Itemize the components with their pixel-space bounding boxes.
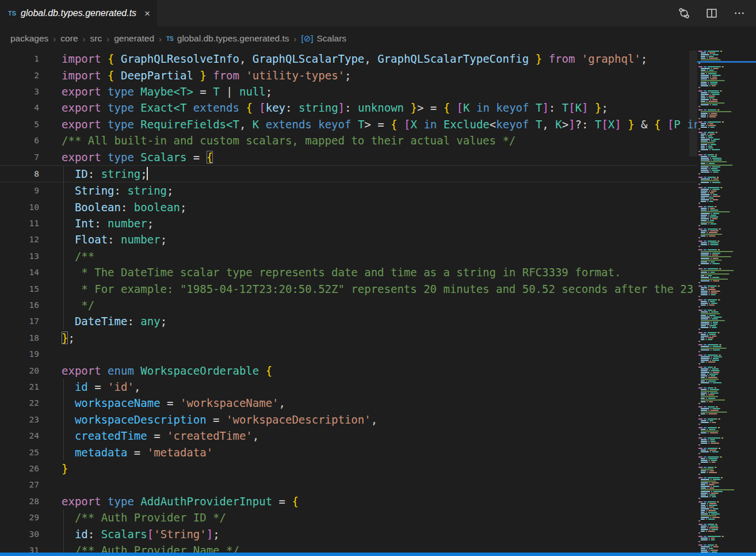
- breadcrumb-item-packages[interactable]: packages: [10, 33, 48, 44]
- split-editor-icon[interactable]: [705, 7, 718, 20]
- breadcrumb-item-global-db-types-generated-ts[interactable]: TSglobal.db.types.generated.ts: [166, 33, 289, 44]
- line-number[interactable]: 11: [0, 219, 39, 228]
- more-actions-icon[interactable]: [733, 7, 746, 20]
- line-number[interactable]: 25: [0, 448, 39, 457]
- code-line-9[interactable]: 9 String: string;: [0, 182, 697, 199]
- indent-guide: [63, 182, 64, 199]
- line-number[interactable]: 26: [0, 464, 39, 473]
- code-line-28[interactable]: 28export type AddAuthProviderInput = {: [0, 493, 697, 509]
- code-line-25[interactable]: 25 metadata = 'metadata': [0, 444, 697, 460]
- open-changes-icon[interactable]: [678, 7, 690, 20]
- code-line-31[interactable]: 31 /** Auth Provider Name */: [0, 542, 697, 553]
- line-number[interactable]: 19: [0, 349, 39, 359]
- code-line-5[interactable]: 5export type RequireFields<T, K extends …: [0, 116, 697, 132]
- code-line-2[interactable]: 2import { DeepPartial } from 'utility-ty…: [0, 67, 697, 83]
- tab-global-db-types[interactable]: TS global.db.types.generated.ts ×: [0, 0, 157, 26]
- line-number[interactable]: 12: [0, 235, 39, 244]
- code-text: export type AddAuthProviderInput = {: [62, 495, 697, 508]
- code-line-19[interactable]: 19: [0, 346, 697, 362]
- code-line-14[interactable]: 14 * The DateTime scalar type represents…: [0, 264, 697, 280]
- breadcrumb-item-scalars[interactable]: [⊘]Scalars: [301, 33, 347, 44]
- minimap[interactable]: [697, 51, 756, 553]
- code-line-20[interactable]: 20export enum WorkspaceOrderable {: [0, 362, 697, 378]
- code-line-11[interactable]: 11 Int: number;: [0, 215, 697, 231]
- close-tab-icon[interactable]: ×: [144, 9, 150, 18]
- symbol-type-icon: [⊘]: [301, 33, 314, 44]
- line-number[interactable]: 23: [0, 415, 39, 424]
- line-number[interactable]: 16: [0, 300, 39, 310]
- code-text: /**: [62, 250, 697, 262]
- indent-guide: [63, 166, 64, 182]
- code-line-1[interactable]: 1import { GraphQLResolveInfo, GraphQLSca…: [0, 51, 697, 67]
- code-text: * For example: "1985-04-12T23:20:50.52Z"…: [62, 283, 697, 295]
- code-line-7[interactable]: 7export type Scalars = {: [0, 148, 697, 165]
- code-line-29[interactable]: 29 /** Auth Provider ID */: [0, 509, 697, 525]
- line-number[interactable]: 17: [0, 317, 39, 326]
- line-number[interactable]: 7: [0, 153, 39, 162]
- line-number[interactable]: 10: [0, 203, 39, 212]
- vertical-scrollbar[interactable]: [689, 51, 697, 157]
- status-bar[interactable]: [0, 553, 756, 556]
- code-line-10[interactable]: 10 Boolean: boolean;: [0, 199, 697, 215]
- code-line-4[interactable]: 4export type Exact<T extends { [key: str…: [0, 100, 697, 116]
- code-line-3[interactable]: 3export type Maybe<T> = T | null;: [0, 83, 697, 100]
- chevron-right-icon: ›: [159, 34, 162, 44]
- code-line-16[interactable]: 16 */: [0, 297, 697, 313]
- breadcrumb-item-src[interactable]: src: [90, 33, 102, 44]
- code-line-15[interactable]: 15 * For example: "1985-04-12T23:20:50.5…: [0, 280, 697, 296]
- line-number[interactable]: 28: [0, 497, 39, 506]
- line-number[interactable]: 2: [0, 71, 39, 80]
- line-number[interactable]: 3: [0, 87, 39, 96]
- code-line-23[interactable]: 23 workspaceDescription = 'workspaceDesc…: [0, 412, 697, 428]
- line-number[interactable]: 1: [0, 54, 39, 63]
- indent-guide: [63, 525, 64, 542]
- indent-guide: [63, 199, 64, 215]
- indent-guide: [63, 215, 64, 231]
- line-number[interactable]: 20: [0, 366, 39, 375]
- code-line-27[interactable]: 27: [0, 477, 697, 493]
- line-number[interactable]: 29: [0, 513, 39, 522]
- line-number[interactable]: 18: [0, 333, 39, 342]
- indent-guide: [63, 313, 64, 329]
- line-number[interactable]: 22: [0, 398, 39, 408]
- code-line-18[interactable]: 18};: [0, 330, 697, 346]
- line-number[interactable]: 21: [0, 382, 39, 391]
- code-line-17[interactable]: 17 DateTime: any;: [0, 313, 697, 329]
- indent-guide: [63, 280, 64, 296]
- indent-guide: [63, 428, 64, 444]
- line-number[interactable]: 6: [0, 136, 39, 145]
- indent-guide: [63, 248, 64, 264]
- line-number[interactable]: 14: [0, 268, 39, 277]
- code-line-21[interactable]: 21 id = 'id',: [0, 379, 697, 395]
- line-number[interactable]: 31: [0, 546, 39, 553]
- text-cursor: [147, 167, 148, 180]
- code-text: export type Maybe<T> = T | null;: [62, 85, 697, 98]
- line-number[interactable]: 4: [0, 103, 39, 112]
- line-number[interactable]: 30: [0, 530, 39, 539]
- code-line-13[interactable]: 13 /**: [0, 248, 697, 264]
- line-number[interactable]: 13: [0, 252, 39, 261]
- breadcrumb-item-generated[interactable]: generated: [114, 33, 154, 44]
- code-text: export type Scalars = {: [62, 151, 697, 163]
- breadcrumb-item-core[interactable]: core: [60, 33, 78, 44]
- code-line-6[interactable]: 6/** All built-in and custom scalars, ma…: [0, 132, 697, 148]
- line-number[interactable]: 24: [0, 431, 39, 440]
- code-line-26[interactable]: 26}: [0, 460, 697, 477]
- breadcrumb: packages›core›src›generated›TSglobal.db.…: [0, 26, 756, 51]
- chevron-right-icon: ›: [106, 34, 109, 44]
- chevron-right-icon: ›: [53, 34, 56, 44]
- code-editor[interactable]: 1import { GraphQLResolveInfo, GraphQLSca…: [0, 51, 697, 553]
- code-line-22[interactable]: 22 workspaceName = 'workspaceName',: [0, 395, 697, 411]
- line-number[interactable]: 27: [0, 480, 39, 489]
- line-number[interactable]: 5: [0, 120, 39, 129]
- code-line-8[interactable]: 8 ID: string;: [0, 165, 697, 182]
- indent-guide: [63, 231, 64, 247]
- code-line-24[interactable]: 24 createdTime = 'createdTime',: [0, 428, 697, 444]
- line-number[interactable]: 8: [0, 169, 39, 178]
- indent-guide: [63, 379, 64, 395]
- line-number[interactable]: 15: [0, 284, 39, 294]
- line-number[interactable]: 9: [0, 186, 39, 195]
- code-line-12[interactable]: 12 Float: number;: [0, 231, 697, 247]
- chevron-right-icon: ›: [294, 34, 297, 44]
- code-line-30[interactable]: 30 id: Scalars['String'];: [0, 525, 697, 542]
